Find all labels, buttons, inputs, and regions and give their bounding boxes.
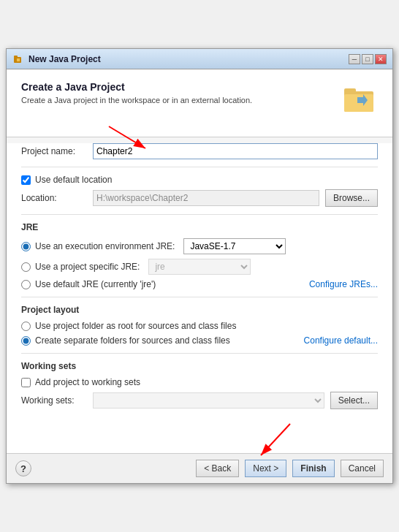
project-name-input[interactable] (93, 143, 378, 159)
svg-line-10 (261, 424, 290, 455)
location-row: Location: Browse... (21, 189, 378, 207)
dialog-subtitle: Create a Java project in the workspace o… (21, 96, 252, 104)
separator-1 (21, 167, 378, 167)
jre-option2-radio[interactable] (21, 262, 31, 272)
configure-default-link[interactable]: Configure default... (304, 335, 378, 346)
project-name-label: Project name: (21, 146, 87, 156)
title-bar: New Java Project ─ □ ✕ (7, 49, 392, 69)
jre-environment-select[interactable]: JavaSE-1.7 (183, 238, 286, 254)
browse-button[interactable]: Browse... (325, 189, 378, 207)
form-section: Project name: Use default location Locat… (7, 143, 392, 424)
location-input[interactable] (93, 190, 319, 206)
help-button[interactable]: ? (15, 460, 31, 476)
separator-3 (21, 297, 378, 297)
bottom-bar: ? < Back Next > Finish Cancel (7, 453, 392, 483)
use-default-location-label[interactable]: Use default location (35, 175, 112, 185)
layout-option2-row: Create separate folders for sources and … (21, 335, 304, 346)
window-title: New Java Project (28, 54, 344, 64)
jre-option1-row: Use an execution environment JRE: JavaSE… (21, 238, 378, 254)
jre-option1-label[interactable]: Use an execution environment JRE: (35, 241, 175, 251)
dialog-header-section: Create a Java Project Create a Java proj… (7, 69, 392, 137)
svg-rect-1 (14, 56, 18, 58)
layout-option1-radio[interactable] (21, 322, 31, 331)
cancel-button[interactable]: Cancel (341, 460, 384, 477)
close-button[interactable]: ✕ (375, 54, 387, 64)
jre-option3-label[interactable]: Use default JRE (currently 'jre') (35, 279, 156, 289)
jre-option2-label[interactable]: Use a project specific JRE: (35, 262, 140, 272)
add-working-sets-row: Add project to working sets (21, 377, 378, 387)
working-sets-field-row: Working sets: Select... (21, 392, 378, 409)
window-icon (12, 53, 24, 65)
svg-rect-4 (344, 88, 356, 94)
working-sets-label: Working sets: (21, 395, 87, 406)
dialog-title: Create a Java Project (21, 81, 252, 93)
jre-option2-row: Use a project specific JRE: jre (21, 259, 378, 275)
use-default-location-row: Use default location (21, 175, 378, 185)
jre-radio3-row: Use default JRE (currently 'jre') (21, 279, 309, 289)
working-sets-select[interactable] (93, 392, 324, 408)
working-sets-header: Working sets (21, 361, 378, 371)
jre-option3-radio[interactable] (21, 280, 31, 289)
maximize-button[interactable]: □ (362, 54, 373, 64)
separator-2 (21, 214, 378, 215)
select-button[interactable]: Select... (330, 392, 378, 409)
dialog-header-text: Create a Java Project Create a Java proj… (21, 81, 252, 104)
jre-option1-radio[interactable] (21, 242, 31, 251)
finish-button[interactable]: Finish (292, 460, 334, 477)
jre-radio2-row: Use a project specific JRE: (21, 262, 140, 272)
use-default-location-checkbox[interactable] (21, 175, 31, 185)
dialog-window: New Java Project ─ □ ✕ Create a Java Pro… (6, 48, 393, 484)
next-button[interactable]: Next > (245, 460, 286, 477)
separator-4 (21, 353, 378, 354)
add-working-sets-checkbox[interactable] (21, 378, 31, 387)
project-name-row: Project name: (21, 143, 378, 159)
minimize-button[interactable]: ─ (349, 54, 360, 64)
layout-option2-label[interactable]: Create separate folders for sources and … (35, 335, 230, 346)
layout-option2-radio[interactable] (21, 336, 31, 346)
jre-section-header: JRE (21, 222, 378, 232)
folder-icon (343, 81, 378, 116)
layout-option1-label[interactable]: Use project folder as root for sources a… (35, 321, 236, 331)
svg-rect-2 (17, 58, 20, 61)
back-button[interactable]: < Back (196, 460, 239, 477)
jre-specific-select[interactable]: jre (148, 259, 251, 275)
location-label: Location: (21, 193, 87, 203)
configure-jres-link[interactable]: Configure JREs... (309, 279, 378, 289)
window-controls: ─ □ ✕ (349, 54, 387, 64)
add-working-sets-label[interactable]: Add project to working sets (35, 377, 140, 387)
spacer-area (7, 424, 392, 453)
dialog-header: Create a Java Project Create a Java proj… (21, 81, 378, 116)
project-layout-header: Project layout (21, 305, 378, 315)
layout-option1-row: Use project folder as root for sources a… (21, 321, 378, 331)
jre-radio1-row: Use an execution environment JRE: (21, 241, 175, 251)
